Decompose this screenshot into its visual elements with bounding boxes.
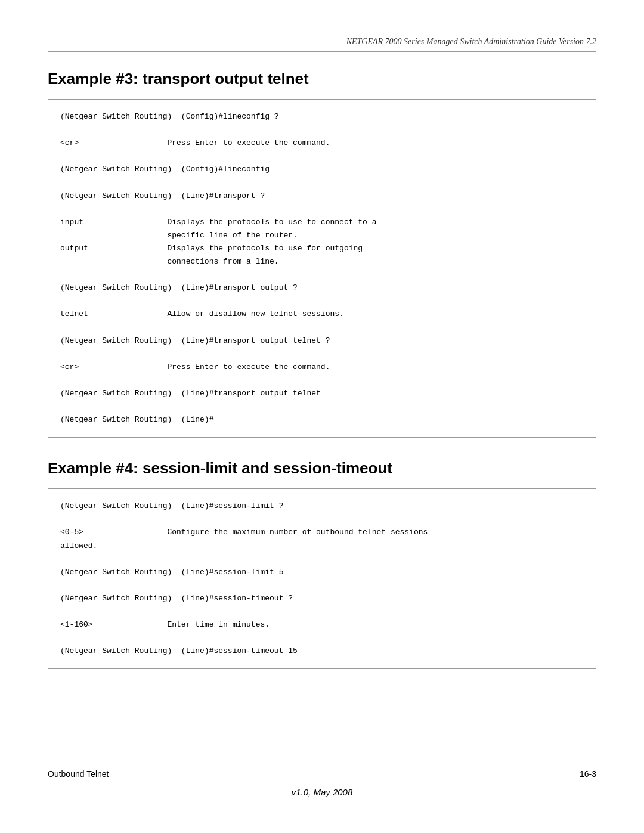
page-header: NETGEAR 7000 Series Managed Switch Admin… — [48, 36, 596, 52]
section3: Example #3: transport output telnet (Net… — [48, 70, 596, 438]
section3-title: Example #3: transport output telnet — [48, 70, 596, 88]
page-container: NETGEAR 7000 Series Managed Switch Admin… — [0, 0, 644, 833]
section3-code: (Netgear Switch Routing) (Config)#lineco… — [48, 99, 596, 438]
footer-version: v1.0, May 2008 — [48, 787, 596, 797]
footer-left-text: Outbound Telnet — [48, 769, 109, 779]
footer-line: Outbound Telnet 16-3 — [48, 763, 596, 779]
header-text: NETGEAR 7000 Series Managed Switch Admin… — [346, 37, 596, 46]
section4-title: Example #4: session-limit and session-ti… — [48, 459, 596, 478]
footer-right-text: 16-3 — [580, 769, 596, 779]
page-footer: Outbound Telnet 16-3 v1.0, May 2008 — [48, 763, 596, 797]
section4-code: (Netgear Switch Routing) (Line)#session-… — [48, 488, 596, 669]
section4: Example #4: session-limit and session-ti… — [48, 459, 596, 669]
